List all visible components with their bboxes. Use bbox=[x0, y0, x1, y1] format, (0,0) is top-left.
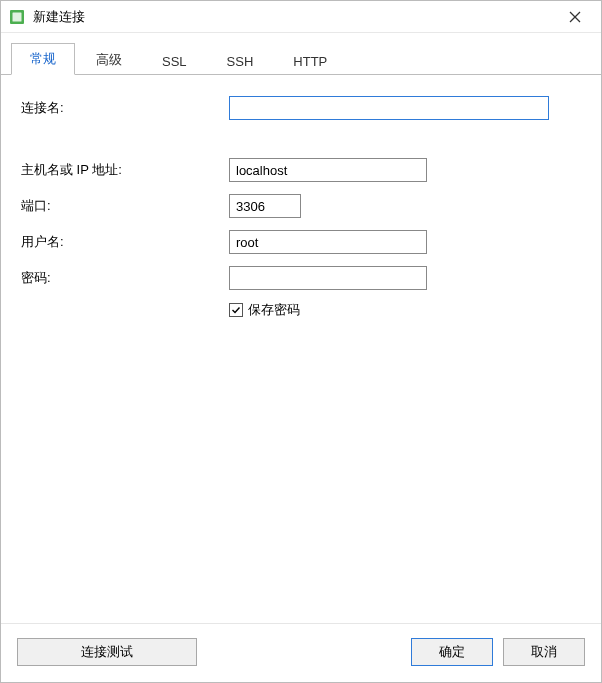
tab-http[interactable]: HTTP bbox=[274, 47, 346, 75]
host-label: 主机名或 IP 地址: bbox=[19, 161, 229, 179]
dialog-footer: 连接测试 确定 取消 bbox=[1, 623, 601, 682]
tab-ssl[interactable]: SSL bbox=[143, 47, 206, 75]
port-label: 端口: bbox=[19, 197, 229, 215]
save-password-checkbox[interactable] bbox=[229, 303, 243, 317]
tab-label: HTTP bbox=[293, 54, 327, 69]
save-password-label: 保存密码 bbox=[248, 301, 300, 319]
close-button[interactable] bbox=[555, 3, 595, 31]
row-host: 主机名或 IP 地址: bbox=[19, 157, 583, 183]
password-label: 密码: bbox=[19, 269, 229, 287]
connection-name-label: 连接名: bbox=[19, 99, 229, 117]
tab-bar: 常规 高级 SSL SSH HTTP bbox=[1, 33, 601, 75]
row-connection-name: 连接名: bbox=[19, 95, 583, 121]
test-connection-button[interactable]: 连接测试 bbox=[17, 638, 197, 666]
row-save-password: 保存密码 bbox=[229, 301, 583, 319]
form-panel: 连接名: 主机名或 IP 地址: 端口: 用户名: 密码: bbox=[1, 75, 601, 623]
ok-button[interactable]: 确定 bbox=[411, 638, 493, 666]
connection-name-input[interactable] bbox=[229, 96, 549, 120]
row-port: 端口: bbox=[19, 193, 583, 219]
button-label: 连接测试 bbox=[81, 643, 133, 661]
titlebar: 新建连接 bbox=[1, 1, 601, 33]
button-label: 取消 bbox=[531, 643, 557, 661]
username-label: 用户名: bbox=[19, 233, 229, 251]
tab-general[interactable]: 常规 bbox=[11, 43, 75, 75]
row-username: 用户名: bbox=[19, 229, 583, 255]
window-title: 新建连接 bbox=[33, 8, 555, 26]
tab-ssh[interactable]: SSH bbox=[208, 47, 273, 75]
tab-label: SSL bbox=[162, 54, 187, 69]
button-label: 确定 bbox=[439, 643, 465, 661]
port-input[interactable] bbox=[229, 194, 301, 218]
username-input[interactable] bbox=[229, 230, 427, 254]
tab-label: SSH bbox=[227, 54, 254, 69]
tab-label: 常规 bbox=[30, 51, 56, 66]
tab-advanced[interactable]: 高级 bbox=[77, 44, 141, 75]
svg-rect-1 bbox=[13, 12, 22, 21]
host-input[interactable] bbox=[229, 158, 427, 182]
cancel-button[interactable]: 取消 bbox=[503, 638, 585, 666]
app-icon bbox=[9, 9, 25, 25]
new-connection-dialog: 新建连接 常规 高级 SSL SSH HTTP 连接名: bbox=[0, 0, 602, 683]
row-password: 密码: bbox=[19, 265, 583, 291]
password-input[interactable] bbox=[229, 266, 427, 290]
tab-label: 高级 bbox=[96, 52, 122, 67]
